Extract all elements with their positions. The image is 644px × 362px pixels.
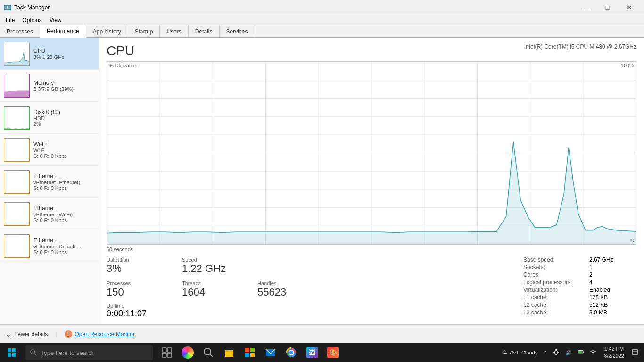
virt-label: Virtualization:: [523, 286, 589, 294]
disk-mini-graph: [4, 106, 30, 130]
fewer-details-label: Fewer details: [14, 331, 48, 337]
svg-rect-57: [555, 354, 557, 355]
clock-date: 8/2/2022: [604, 353, 624, 360]
disk-sidebar-info: Disk 0 (C:) HDD 2%: [33, 109, 95, 127]
close-button[interactable]: ✕: [619, 0, 640, 15]
ethernet1-sidebar-sublabel: vEthernet (Ethernet): [33, 180, 95, 185]
ethernet2-mini-graph: [4, 202, 30, 226]
sidebar-item-disk[interactable]: Disk 0 (C:) HDD 2%: [0, 102, 99, 134]
cpu-processor-name: Intel(R) Core(TM) i5 CPU M 480 @ 2.67GHz: [524, 43, 636, 50]
sidebar: CPU 3% 1.22 GHz Memory 2.3/7.9 GB (29%): [0, 38, 99, 324]
weather-icon: 🌤: [502, 350, 507, 355]
wifi-sidebar-label: Wi-Fi: [33, 141, 95, 148]
tray-network[interactable]: [551, 349, 561, 356]
taskbar-app-explorer[interactable]: [219, 343, 239, 362]
sidebar-item-ethernet2[interactable]: Ethernet vEthernet (Wi-Fi) S: 0 R: 0 Kbp…: [0, 198, 99, 230]
tab-startup[interactable]: Startup: [128, 25, 160, 37]
taskbar-app-redpics[interactable]: 🎨: [322, 343, 343, 362]
tab-bar: Processes Performance App history Startu…: [0, 25, 644, 38]
cpu-mini-graph: [4, 42, 30, 66]
tray-battery[interactable]: [576, 349, 586, 356]
svg-rect-40: [167, 353, 172, 357]
taskbar-search-bar[interactable]: Type here to search: [25, 345, 153, 360]
svg-point-35: [31, 350, 35, 354]
taskbar-app-chrome[interactable]: [281, 343, 302, 362]
l3-label: L3 cache:: [523, 309, 589, 316]
system-clock[interactable]: 1:42 PM 8/2/2022: [600, 346, 628, 360]
tab-users[interactable]: Users: [160, 25, 188, 37]
sidebar-item-cpu[interactable]: CPU 3% 1.22 GHz: [0, 38, 99, 70]
sidebar-item-ethernet3[interactable]: Ethernet vEthernet (Default ... S: 0 R: …: [0, 230, 99, 262]
wifi-mini-graph: [4, 138, 30, 162]
tab-services[interactable]: Services: [220, 25, 255, 37]
tab-app-history[interactable]: App history: [86, 25, 128, 37]
memory-mini-graph: [4, 74, 30, 98]
tray-up-arrow[interactable]: ⌃: [541, 350, 549, 356]
l1-label: L1 cache:: [523, 294, 589, 301]
title-bar: Task Manager — □ ✕: [0, 0, 644, 15]
minimize-button[interactable]: —: [575, 0, 597, 15]
taskbar-app-photos[interactable]: 🖼: [302, 343, 322, 362]
sidebar-item-wifi[interactable]: Wi-Fi Wi-Fi S: 0 R: 0 Kbps: [0, 134, 99, 166]
svg-marker-10: [4, 225, 29, 225]
svg-rect-49: [250, 353, 255, 357]
svg-marker-7: [4, 127, 29, 129]
wifi-sidebar-info: Wi-Fi Wi-Fi S: 0 R: 0 Kbps: [33, 141, 95, 159]
svg-line-58: [554, 351, 556, 352]
ethernet2-sidebar-sublabel: vEthernet (Wi-Fi): [33, 212, 95, 217]
handles-stat-label: Handles: [257, 280, 323, 286]
weather-tray[interactable]: 🌤 76°F Cloudy: [500, 350, 540, 355]
start-button[interactable]: [0, 343, 24, 362]
sidebar-item-memory[interactable]: Memory 2.3/7.9 GB (29%): [0, 70, 99, 102]
fewer-details-button[interactable]: ⌄ Fewer details: [6, 330, 48, 338]
search-app-icon: [203, 347, 214, 358]
svg-rect-4: [8, 8, 10, 9]
notification-center[interactable]: [630, 349, 640, 356]
threads-stat-label: Threads: [182, 280, 248, 286]
open-resource-monitor-button[interactable]: ! Open Resource Monitor: [65, 330, 135, 338]
chart-top-label: 100%: [621, 63, 634, 68]
svg-rect-3: [5, 8, 7, 9]
bottom-content: Utilization 3% Speed 1.22 GHz Processes …: [107, 256, 636, 319]
svg-rect-44: [225, 351, 233, 357]
chart-bottom-label: 0: [631, 238, 634, 243]
tab-details[interactable]: Details: [189, 25, 220, 37]
processes-stat: Processes 150: [107, 280, 173, 299]
svg-rect-31: [8, 348, 11, 352]
store-icon: [245, 347, 255, 358]
svg-line-61: [556, 353, 558, 354]
svg-rect-56: [557, 352, 559, 353]
taskbar-app-mail[interactable]: [260, 343, 281, 362]
tab-performance[interactable]: Performance: [40, 25, 86, 38]
window-title: Task Manager: [14, 4, 575, 11]
taskbar-app-search[interactable]: [198, 343, 219, 362]
disk-sidebar-sublabel: HDD: [33, 115, 95, 121]
fewer-details-icon: ⌄: [6, 330, 11, 338]
svg-line-42: [210, 354, 213, 357]
ethernet1-sidebar-value: S: 0 R: 0 Kbps: [33, 185, 95, 191]
svg-marker-5: [4, 52, 29, 65]
cpu-sidebar-value: 3% 1.22 GHz: [33, 54, 95, 60]
ethernet3-sidebar-label: Ethernet: [33, 237, 95, 244]
chrome-icon: [286, 347, 297, 358]
menu-file[interactable]: File: [2, 16, 18, 25]
bottom-left-stats: Utilization 3% Speed 1.22 GHz Processes …: [107, 256, 514, 319]
file-explorer-icon: [224, 347, 234, 358]
menu-options[interactable]: Options: [18, 16, 45, 25]
tray-volume[interactable]: 🔊: [563, 350, 574, 356]
tab-processes[interactable]: Processes: [0, 25, 40, 37]
sidebar-item-ethernet1[interactable]: Ethernet vEthernet (Ethernet) S: 0 R: 0 …: [0, 166, 99, 198]
logical-label: Logical processors:: [523, 279, 589, 286]
taskbar-app-taskview[interactable]: [157, 343, 177, 362]
taskbar-app-colorball[interactable]: [177, 343, 198, 362]
cpu-chart: % Utilization 100% 0: [107, 61, 636, 245]
ethernet3-sidebar-info: Ethernet vEthernet (Default ... S: 0 R: …: [33, 237, 95, 255]
svg-rect-45: [225, 350, 228, 352]
menu-view[interactable]: View: [46, 16, 66, 25]
maximize-button[interactable]: □: [597, 0, 619, 15]
time-label: 60 seconds: [107, 247, 636, 252]
disk-sidebar-value: 2%: [33, 121, 95, 127]
svg-rect-34: [12, 353, 16, 357]
tray-wifi[interactable]: [588, 349, 598, 356]
taskbar-app-store[interactable]: [239, 343, 260, 362]
